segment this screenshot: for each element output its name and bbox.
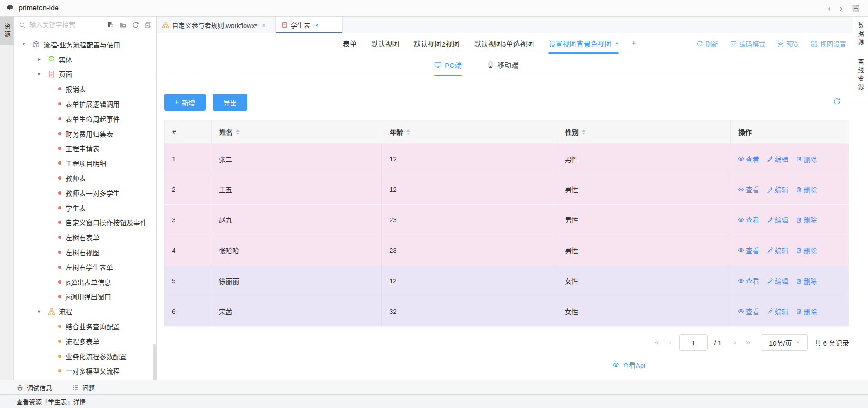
delete-link[interactable]: 删除 [796, 276, 817, 285]
code-mode-button[interactable]: 编码模式 [730, 39, 765, 48]
tab-mobile[interactable]: 移动端 [487, 53, 519, 76]
tree-item[interactable]: 工程项目明细 [14, 156, 156, 171]
tree-item[interactable]: 一对多模型父流程 [14, 364, 156, 379]
tree-item-student-table[interactable]: 学生表 [14, 200, 156, 215]
tree-item-process-root[interactable]: ▼ 流程-业务流程配置与使用 [14, 37, 156, 52]
view-link[interactable]: 查看 [738, 154, 759, 164]
refresh-button[interactable]: 刷新 [696, 39, 718, 48]
tree-item[interactable]: 财务费用归集表 [14, 126, 156, 141]
tree-item[interactable]: 表单生命周起事件 [14, 111, 156, 126]
tree-item[interactable]: 业务化流程参数配置 [14, 349, 156, 364]
page-number-input[interactable] [679, 334, 708, 351]
sort-icon[interactable] [236, 129, 240, 135]
tree-item[interactable]: 报销表 [14, 81, 156, 96]
problems-button[interactable]: 问题 [72, 383, 95, 392]
new-folder-icon[interactable] [119, 21, 127, 28]
column-header-age[interactable]: 年龄 [382, 120, 557, 143]
view-api-link[interactable]: 查看Api [613, 360, 645, 370]
last-page-button[interactable]: » [746, 338, 750, 347]
tree-item[interactable]: 流程多表单 [14, 334, 156, 349]
edit-link[interactable]: 编辑 [767, 215, 788, 224]
view-link[interactable]: 查看 [738, 185, 759, 194]
sort-icon[interactable] [406, 129, 410, 135]
column-header-name[interactable]: 姓名 [212, 120, 382, 143]
edit-link[interactable]: 编辑 [767, 246, 788, 255]
rail-tab-datasource[interactable]: 数据源 [853, 17, 868, 53]
debug-info-button[interactable]: 调试信息 [16, 383, 52, 392]
tree-item-pages[interactable]: ▼ 页面 [14, 67, 156, 82]
refresh-icon[interactable] [132, 21, 139, 28]
tree-item[interactable]: js弹出表单信息 [14, 275, 156, 289]
sort-icon[interactable] [582, 129, 585, 135]
tree-item-entity[interactable]: ▶ 实体 [14, 52, 156, 67]
view-settings-button[interactable]: 视图设置 [811, 39, 846, 48]
tree-item[interactable]: 左树右视图 [14, 245, 156, 260]
table-row: 4 张哈哈 23 男性 查看 编辑 删除 [164, 235, 849, 266]
chevron-down-icon[interactable]: ▼ [36, 72, 42, 76]
column-header-gender[interactable]: 性别 [557, 120, 731, 143]
view-link[interactable]: 查看 [738, 307, 759, 316]
locate-file-icon[interactable] [107, 21, 114, 28]
chevron-down-icon[interactable]: ▼ [21, 42, 27, 47]
view-tab-default3[interactable]: 默认视图3单选视图 [474, 33, 534, 53]
chevron-right-icon[interactable]: ▶ [36, 57, 42, 62]
tree-item-label: 财务费用归集表 [66, 129, 113, 138]
chevron-down-icon[interactable]: ▼ [615, 41, 619, 46]
delete-link[interactable]: 删除 [796, 307, 817, 316]
rail-tab-offline-resources[interactable]: 离线资源 [853, 53, 868, 104]
view-link[interactable]: 查看 [738, 246, 759, 255]
tree-item[interactable]: 教师表 [14, 171, 156, 185]
grid-icon [811, 40, 818, 47]
rail-tab-resources[interactable]: 资源 [0, 17, 14, 45]
tree-item[interactable]: 左树右学生表单 [14, 260, 156, 275]
edit-link[interactable]: 编辑 [767, 276, 788, 285]
prev-page-button[interactable]: ‹ [669, 338, 672, 347]
export-button[interactable]: 导出 [213, 94, 247, 111]
save-icon[interactable] [852, 4, 860, 12]
student-table: # 姓名 年龄 性别 操作 1 张二 12 男性 查看 编辑 删除 2 [164, 120, 849, 327]
first-page-button[interactable]: « [655, 338, 659, 347]
view-link[interactable]: 查看 [738, 276, 759, 285]
delete-link[interactable]: 删除 [796, 246, 817, 255]
edit-link[interactable]: 编辑 [767, 185, 788, 194]
edit-link[interactable]: 编辑 [767, 307, 788, 316]
tree-item[interactable]: js调用弹出窗口 [14, 289, 156, 304]
view-link[interactable]: 查看 [738, 215, 759, 224]
close-icon[interactable]: × [262, 22, 266, 28]
search-input[interactable] [29, 21, 107, 28]
tree-item[interactable]: 左树右表单 [14, 230, 156, 245]
edit-link[interactable]: 编辑 [767, 154, 788, 164]
view-tab-form[interactable]: 表单 [343, 33, 357, 53]
tab-student-table[interactable]: 学生表 × [276, 17, 343, 33]
tab-workflow-rule[interactable]: 自定义参与者规则.workflowx* × [157, 17, 276, 33]
close-icon[interactable]: × [315, 22, 319, 28]
tree-item-workflow[interactable]: ▼ 流程 [14, 304, 156, 319]
export-button-label: 导出 [223, 98, 237, 107]
tab-pc[interactable]: PC端 [434, 53, 462, 76]
chevron-down-icon[interactable]: ▼ [36, 309, 42, 314]
grid-refresh-icon[interactable] [833, 97, 841, 105]
tree-item[interactable]: 表单扩展逻辑调用 [14, 96, 156, 111]
tree-item[interactable]: 结合业务查询配置 [14, 319, 156, 334]
total-records-label: 共 6 条记录 [814, 338, 849, 347]
delete-link[interactable]: 删除 [796, 185, 817, 194]
next-page-button[interactable]: › [733, 338, 736, 347]
page-size-select[interactable]: 10条/页 ▼ [761, 334, 808, 351]
tree-item[interactable]: 教师表一对多学生 [14, 185, 156, 200]
add-view-button[interactable]: + [632, 38, 637, 48]
bullet-icon [58, 87, 61, 90]
delete-link[interactable]: 删除 [796, 215, 817, 224]
delete-link[interactable]: 删除 [796, 154, 817, 164]
nav-back-icon[interactable]: ‹ [828, 4, 831, 13]
preview-button[interactable]: 预览 [777, 39, 799, 48]
view-tab-default[interactable]: 默认视图 [371, 33, 399, 53]
tree-item[interactable]: 自定义窗口操作按钮及事件 [14, 215, 156, 230]
nav-forward-icon[interactable]: › [840, 4, 843, 13]
tree-item[interactable]: 工程申请表 [14, 141, 156, 156]
view-tab-bgcolor[interactable]: 设置视图背景色视图 ▼ [548, 33, 618, 53]
add-button[interactable]: + 新增 [164, 94, 206, 111]
collapse-panels-icon[interactable] [145, 21, 152, 28]
list-icon [72, 384, 79, 391]
view-tab-default2[interactable]: 默认视图2视图 [414, 33, 460, 53]
bullet-icon [58, 340, 61, 343]
